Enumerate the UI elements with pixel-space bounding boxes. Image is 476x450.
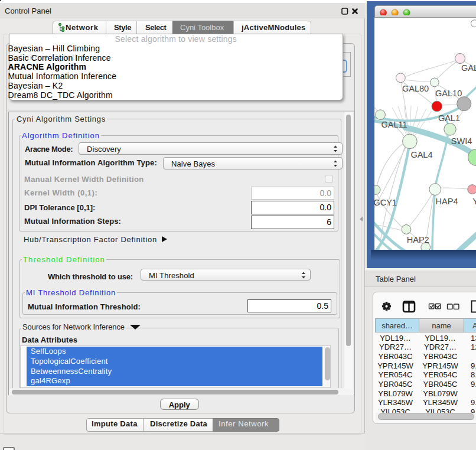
svg-text:SWI4: SWI4 (451, 136, 472, 146)
svg-text:GCY1: GCY1 (374, 198, 397, 207)
svg-text:GAL4: GAL4 (410, 150, 432, 159)
svg-text:GAL7: GAL7 (461, 63, 476, 73)
svg-text:GAL10: GAL10 (435, 89, 462, 98)
svg-text:GAL11: GAL11 (382, 120, 407, 129)
svg-text:Y: Y (472, 197, 476, 206)
svg-text:GAL1: GAL1 (438, 113, 460, 123)
svg-text:HAP2: HAP2 (407, 235, 429, 244)
svg-text:GAL80: GAL80 (402, 84, 429, 93)
svg-text:HAP4: HAP4 (436, 197, 458, 206)
